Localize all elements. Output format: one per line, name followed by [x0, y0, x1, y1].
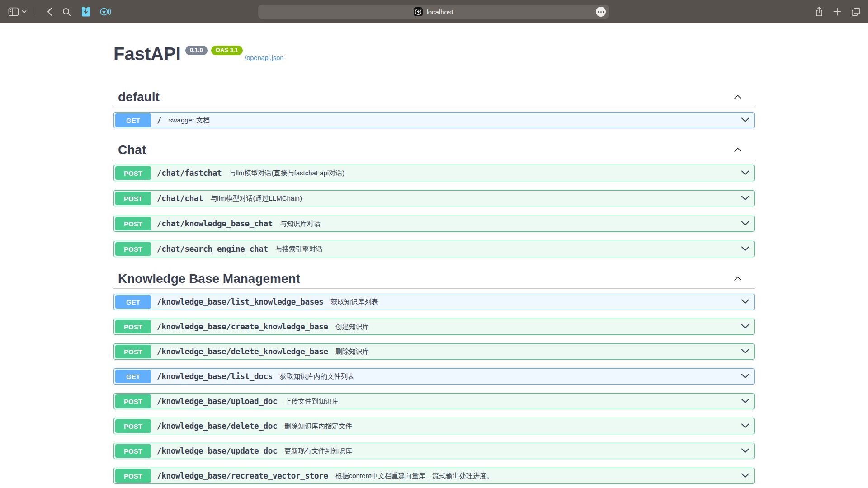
toolbar-divider	[35, 7, 35, 16]
operation-row[interactable]: POST /knowledge_base/delete_knowledge_ba…	[113, 343, 755, 360]
method-badge: POST	[115, 345, 151, 358]
operation-path: /knowledge_base/list_knowledge_bases	[157, 297, 324, 306]
operation-path: /knowledge_base/upload_doc	[157, 397, 277, 406]
method-badge: POST	[115, 419, 151, 433]
operation-path: /knowledge_base/list_docs	[157, 372, 273, 381]
chevron-down-icon[interactable]	[741, 169, 750, 177]
page-title: FastAPI 0.1.0 OAS 3.1	[113, 44, 243, 63]
tag-section-title: Chat	[113, 143, 755, 157]
operation-row[interactable]: GET /knowledge_base/list_knowledge_bases…	[113, 294, 755, 310]
chevron-down-icon[interactable]	[741, 298, 750, 306]
api-sections: default GET / swagger 文档 Chat	[113, 84, 755, 484]
method-badge: GET	[115, 295, 151, 309]
api-title-text: FastAPI	[113, 44, 181, 63]
operation-path: /chat/search_engine_chat	[157, 244, 268, 253]
operation-row[interactable]: POST /chat/chat 与llm模型对话(通过LLMChain)	[113, 190, 755, 206]
operation-row[interactable]: POST /knowledge_base/update_doc 更新现有文件到知…	[113, 443, 755, 459]
chevron-down-icon[interactable]	[741, 472, 750, 480]
operation-summary: 与llm模型对话(通过LLMChain)	[210, 194, 302, 203]
operation-row[interactable]: POST /chat/fastchat 与llm模型对话(直接与fastchat…	[113, 165, 755, 181]
operation-row[interactable]: POST /chat/knowledge_base_chat 与知识库对话	[113, 216, 755, 232]
sidebar-chevron-down-icon[interactable]	[22, 10, 27, 14]
operation-summary: 与搜索引擎对话	[275, 245, 323, 253]
operation-row[interactable]: POST /chat/search_engine_chat 与搜索引擎对话	[113, 241, 755, 257]
chevron-down-icon[interactable]	[741, 347, 750, 356]
operation-path: /chat/knowledge_base_chat	[157, 219, 273, 228]
search-icon[interactable]	[62, 8, 71, 16]
tag-section-title: Knowledge Base Management	[113, 272, 755, 286]
chevron-down-icon[interactable]	[741, 422, 750, 430]
operation-summary: 更新现有文件到知识库	[284, 447, 352, 455]
tag-section-header[interactable]: Chat	[113, 137, 755, 160]
operation-summary: 获取知识库列表	[331, 298, 378, 306]
oas-badge: OAS 3.1	[211, 46, 243, 55]
tag-section: default GET / swagger 文档	[113, 84, 755, 128]
operation-path: /knowledge_base/create_knowledge_base	[157, 322, 328, 331]
method-badge: POST	[115, 242, 151, 256]
browser-toolbar: localhost	[0, 0, 868, 23]
tag-section: Knowledge Base Management GET /knowledge…	[113, 266, 755, 484]
back-icon[interactable]	[47, 7, 52, 16]
operation-summary: 创建知识库	[335, 323, 369, 331]
operations: GET / swagger 文档	[113, 112, 755, 128]
chevron-down-icon[interactable]	[741, 323, 750, 331]
operation-path: /knowledge_base/recreate_vector_store	[157, 471, 328, 480]
operation-summary: swagger 文档	[169, 116, 210, 125]
method-badge: POST	[115, 444, 151, 458]
method-badge: POST	[115, 469, 151, 483]
chevron-up-icon[interactable]	[734, 275, 742, 283]
tag-section: Chat POST /chat/fastchat 与llm模型对话(直接与fas…	[113, 137, 755, 257]
operation-path: /	[157, 116, 161, 125]
tag-section-title: default	[113, 90, 755, 104]
chevron-down-icon[interactable]	[741, 447, 750, 455]
operations: POST /chat/fastchat 与llm模型对话(直接与fastchat…	[113, 165, 755, 257]
tag-section-header[interactable]: default	[113, 84, 755, 107]
operation-summary: 与llm模型对话(直接与fastchat api对话)	[229, 169, 344, 178]
operation-summary: 根据content中文档重建向量库，流式输出处理进度。	[335, 472, 493, 480]
chevron-down-icon[interactable]	[741, 194, 750, 202]
chevron-down-icon[interactable]	[741, 245, 750, 253]
operation-summary: 删除知识库内指定文件	[284, 422, 352, 431]
operation-row[interactable]: POST /knowledge_base/recreate_vector_sto…	[113, 468, 755, 484]
new-tab-icon[interactable]	[833, 8, 841, 16]
method-badge: POST	[115, 394, 151, 408]
chevron-down-icon[interactable]	[741, 220, 750, 228]
share-icon[interactable]	[815, 7, 823, 17]
operation-summary: 与知识库对话	[280, 220, 321, 228]
ellipsis-circle-icon[interactable]	[596, 7, 606, 17]
operation-summary: 删除知识库	[335, 347, 369, 356]
operation-row[interactable]: GET / swagger 文档	[113, 112, 755, 128]
swagger-page: FastAPI 0.1.0 OAS 3.1 /openapi.json defa…	[0, 23, 868, 488]
fastapi-favicon-icon	[414, 7, 423, 16]
operation-row[interactable]: POST /knowledge_base/create_knowledge_ba…	[113, 319, 755, 335]
version-badge: 0.1.0	[185, 46, 208, 55]
sidebar-icon[interactable]	[8, 7, 19, 16]
chevron-down-icon[interactable]	[741, 397, 750, 405]
method-badge: GET	[115, 113, 151, 127]
operation-path: /chat/chat	[157, 194, 203, 203]
operation-summary: 获取知识库内的文件列表	[280, 372, 354, 381]
method-badge: POST	[115, 166, 151, 180]
method-badge: POST	[115, 320, 151, 333]
address-bar[interactable]: localhost	[258, 5, 609, 19]
openapi-spec-link[interactable]: /openapi.json	[245, 54, 283, 61]
method-badge: GET	[115, 370, 151, 383]
extension-live-circle-icon[interactable]	[100, 7, 112, 17]
extension-bookmark-icon[interactable]	[81, 6, 91, 17]
operation-row[interactable]: POST /knowledge_base/upload_doc 上传文件到知识库	[113, 393, 755, 409]
chevron-down-icon[interactable]	[741, 372, 750, 380]
operation-path: /knowledge_base/delete_knowledge_base	[157, 347, 328, 356]
operation-path: /chat/fastchat	[157, 169, 222, 178]
chevron-up-icon[interactable]	[734, 146, 742, 154]
chevron-up-icon[interactable]	[734, 93, 742, 101]
operation-path: /knowledge_base/delete_doc	[157, 422, 277, 431]
tag-section-header[interactable]: Knowledge Base Management	[113, 266, 755, 289]
method-badge: POST	[115, 217, 151, 230]
tabs-overview-icon[interactable]	[851, 8, 861, 16]
operations: GET /knowledge_base/list_knowledge_bases…	[113, 294, 755, 484]
operation-path: /knowledge_base/update_doc	[157, 446, 277, 455]
address-url-text: localhost	[426, 8, 453, 16]
operation-row[interactable]: GET /knowledge_base/list_docs 获取知识库内的文件列…	[113, 368, 755, 385]
operation-row[interactable]: POST /knowledge_base/delete_doc 删除知识库内指定…	[113, 418, 755, 434]
chevron-down-icon[interactable]	[741, 116, 750, 124]
